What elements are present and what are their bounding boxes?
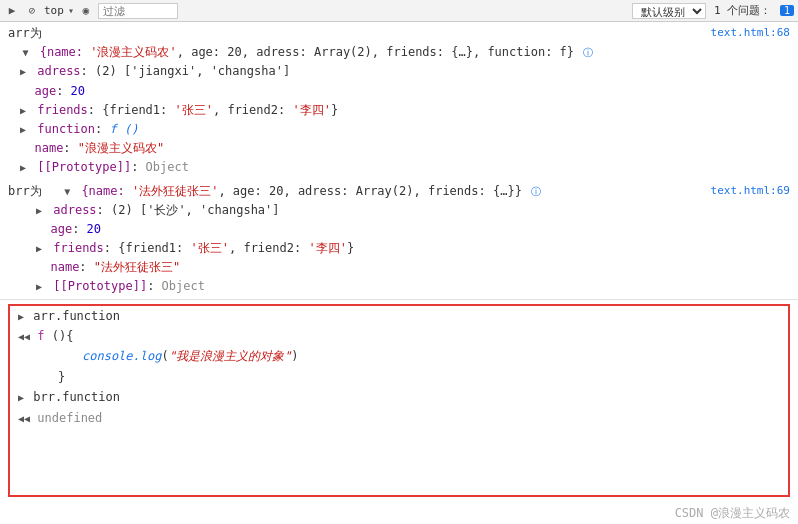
brr-file-ref[interactable]: text.html:69 — [711, 182, 790, 200]
arr-var-label: arr为 — [8, 26, 42, 40]
console-func-keyword: f — [37, 329, 51, 343]
eye-icon[interactable]: ◉ — [78, 3, 94, 19]
console-return-arrow: ◀ — [18, 331, 30, 342]
arr-friends-val: {friend1: '张三', friend2: '李四'} — [102, 103, 338, 117]
arr-adress-arrow[interactable] — [20, 64, 30, 80]
brr-rest1: , age: 20, adress: Array(2), friends: {…… — [218, 184, 521, 198]
console-row-2: ◀ f (){ — [10, 326, 788, 346]
console-close-brace: } — [58, 370, 65, 384]
arr-function-row[interactable]: function: f () — [0, 120, 798, 139]
console-paren-open: ( — [161, 349, 168, 363]
arr-adress-val: (2) ['jiangxi', 'changsha'] — [95, 64, 290, 78]
context-label: top — [44, 4, 64, 17]
brr-info-icon[interactable]: ⓘ — [531, 186, 541, 197]
brr-adress-val: (2) ['长沙', 'changsha'] — [111, 203, 280, 217]
arr-name-key: {name: — [40, 45, 91, 59]
brr-friends-val: {friend1: '张三', friend2: '李四'} — [118, 241, 354, 255]
brr-name-row: name: "法外狂徒张三" — [0, 258, 798, 277]
brr-friends-key: friends — [53, 241, 104, 255]
brr-proto-arrow[interactable] — [36, 279, 46, 295]
console-undefined-arrow: ◀ — [18, 413, 30, 424]
issue-count: 1 — [780, 5, 794, 16]
console-paren-close: ) — [291, 349, 298, 363]
brr-age-key: age — [50, 222, 72, 236]
console-log-arg: "我是浪漫主义的对象" — [169, 349, 291, 363]
arr-age-row: age: 20 — [0, 82, 798, 101]
arr-adress-key: adress — [37, 64, 80, 78]
arr-func-key: function — [37, 122, 95, 136]
arr-name-row: name: "浪漫主义码农" — [0, 139, 798, 158]
brr-var-label: brr为 — [8, 184, 42, 198]
arr-func-val: f () — [109, 122, 138, 136]
arr-label-row: arr为 text.html:68 — [0, 24, 798, 43]
arr-age-key: age — [34, 84, 56, 98]
context-dropdown-arrow[interactable]: ▾ — [68, 5, 74, 16]
console-row-5[interactable]: brr.function — [10, 387, 788, 407]
console-log-call: console.log — [82, 349, 161, 363]
brr-nameprop-key: name — [50, 260, 79, 274]
brr-name-key: {name: — [81, 184, 132, 198]
arr-proto-row[interactable]: [[Prototype]]: Object — [0, 158, 798, 177]
arr-nameprop-val: "浪漫主义码农" — [78, 141, 164, 155]
brr-age-val: 20 — [87, 222, 101, 236]
console-row-6: ◀ undefined — [10, 408, 788, 428]
brr-proto-val: Object — [162, 279, 205, 293]
brr-adress-key: adress — [53, 203, 96, 217]
arr-adress-row[interactable]: adress: (2) ['jiangxi', 'changsha'] — [0, 62, 798, 81]
arr-age-val: 20 — [71, 84, 85, 98]
log-level-select[interactable]: 默认级别 — [632, 3, 706, 19]
console-func-sig: (){ — [52, 329, 74, 343]
console-brr-function: brr.function — [33, 390, 120, 404]
arr-friends-key: friends — [37, 103, 88, 117]
brr-proto-row[interactable]: [[Prototype]]: Object — [0, 277, 798, 296]
clear-icon[interactable]: ⊘ — [24, 3, 40, 19]
brr-adress-arrow[interactable] — [36, 203, 46, 219]
console-undefined-val: undefined — [37, 411, 102, 425]
arr-friends-row[interactable]: friends: {friend1: '张三', friend2: '李四'} — [0, 101, 798, 120]
devtools-toolbar: ▶ ⊘ top ▾ ◉ 默认级别 1 个问题： 1 — [0, 0, 798, 22]
brr-adress-row[interactable]: adress: (2) ['长沙', 'changsha'] — [0, 201, 798, 220]
arr-rest1: , age: 20, adress: Array(2), friends: {…… — [177, 45, 574, 59]
arr-friends-arrow[interactable] — [20, 103, 30, 119]
brr-expand-arrow[interactable] — [64, 184, 74, 200]
issues-label: 1 个问题： — [714, 4, 771, 17]
arr-func-expand[interactable] — [18, 311, 24, 322]
console-output: arr.function ◀ f (){ console.log("我是浪漫主义… — [8, 304, 790, 497]
arr-proto-arrow[interactable] — [20, 160, 30, 176]
watermark-text: CSDN @浪漫主义码农 — [675, 506, 790, 520]
arr-proto-key: [[Prototype]] — [37, 160, 131, 174]
brr-friends-row[interactable]: friends: {friend1: '张三', friend2: '李四'} — [0, 239, 798, 258]
toolbar-right: 默认级别 1 个问题： 1 — [632, 3, 794, 19]
console-row-3: console.log("我是浪漫主义的对象") — [10, 346, 788, 366]
brr-proto-key: [[Prototype]] — [53, 279, 147, 293]
arr-info-icon[interactable]: ⓘ — [583, 47, 593, 58]
arr-func-arrow[interactable] — [20, 122, 30, 138]
arr-name-val: '浪漫主义码农' — [90, 45, 176, 59]
console-row-4: } — [10, 367, 788, 387]
watermark: CSDN @浪漫主义码农 — [0, 501, 798, 524]
brr-nameprop-val: "法外狂徒张三" — [94, 260, 180, 274]
arr-summary-row[interactable]: {name: '浪漫主义码农', age: 20, adress: Array(… — [0, 43, 798, 62]
filter-input[interactable] — [98, 3, 178, 19]
arr-nameprop-key: name — [34, 141, 63, 155]
brr-func-expand[interactable] — [18, 392, 24, 403]
console-row-1[interactable]: arr.function — [10, 306, 788, 326]
toolbar-left: ▶ ⊘ top ▾ ◉ — [4, 3, 178, 19]
brr-name-val: '法外狂徒张三' — [132, 184, 218, 198]
arr-expand-arrow[interactable] — [22, 45, 32, 61]
console-arr-function: arr.function — [33, 309, 120, 323]
main-content: arr为 text.html:68 {name: '浪漫主义码农', age: … — [0, 22, 798, 524]
brr-age-row: age: 20 — [0, 220, 798, 239]
run-icon[interactable]: ▶ — [4, 3, 20, 19]
issue-badge: 1 个问题： 1 — [714, 3, 794, 18]
inspector-panel: arr为 text.html:68 {name: '浪漫主义码农', age: … — [0, 22, 798, 300]
brr-label-row: brr为 {name: '法外狂徒张三', age: 20, adress: A… — [0, 182, 798, 201]
arr-proto-val: Object — [146, 160, 189, 174]
brr-friends-arrow[interactable] — [36, 241, 46, 257]
arr-file-ref[interactable]: text.html:68 — [711, 24, 790, 42]
